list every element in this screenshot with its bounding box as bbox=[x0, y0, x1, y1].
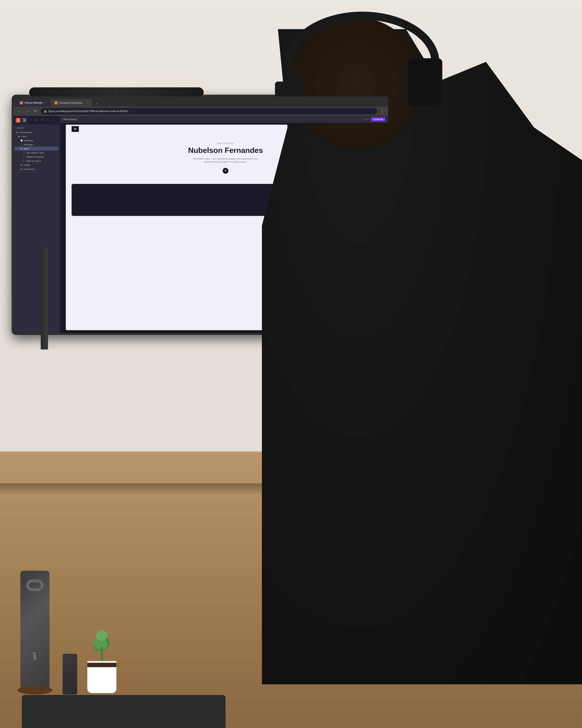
tab-substack[interactable]: Substack Dashboar... × bbox=[51, 99, 92, 107]
water-bottle: just. bbox=[15, 559, 55, 690]
browser-chrome: Official Website × Substack Dashboar... … bbox=[13, 96, 388, 116]
layer-label: In Development bbox=[19, 131, 32, 133]
layer-frame-icon-2: ▶ bbox=[20, 148, 23, 150]
layer-label: Nubelson Fernandes bbox=[26, 156, 44, 158]
layer-label: Rectangle 2 bbox=[24, 144, 34, 146]
browser-tab-bar: Official Website × Substack Dashboar... … bbox=[13, 96, 388, 107]
tool-text[interactable]: T bbox=[39, 118, 44, 123]
tool-frame[interactable]: ⬚ bbox=[28, 118, 33, 123]
lock-icon: 🔒 bbox=[44, 110, 47, 113]
layer-label: AboutPage bbox=[24, 139, 33, 142]
desk-lamp bbox=[29, 87, 204, 98]
browser-menu-button[interactable]: ⋮ bbox=[380, 108, 385, 114]
small-device bbox=[62, 654, 77, 695]
bottle-handle bbox=[26, 579, 44, 591]
back-button[interactable]: ‹ bbox=[16, 108, 22, 114]
plant-soil bbox=[87, 663, 116, 667]
layer-rectangle-2[interactable]: ⬚ Rectangle 2 bbox=[15, 142, 59, 147]
layer-label: Header bbox=[24, 164, 30, 166]
tab-close-official-website[interactable]: × bbox=[44, 101, 47, 104]
tool-ellipse[interactable]: ○ bbox=[51, 118, 56, 123]
website-logo: NF bbox=[72, 126, 79, 132]
tool-pen[interactable]: ✎ bbox=[34, 118, 38, 123]
logo-text: NF bbox=[74, 128, 77, 130]
browser-toolbar: ‹ › ↻ 🔒 figma.com/file/pyAl/zm2h53z590/k… bbox=[13, 107, 388, 116]
zoom-indicator: AL 26% bbox=[363, 118, 369, 121]
desk-plant bbox=[82, 632, 122, 693]
cta-arrow-icon: ▼ bbox=[224, 169, 227, 172]
layer-combination[interactable]: ▶ Combination bbox=[15, 167, 59, 171]
layer-folder-icon: ▶ bbox=[16, 131, 18, 133]
layer-header-icon: ▶ bbox=[20, 164, 23, 166]
tab-label-official-website: Official Website bbox=[24, 101, 43, 104]
tab-label-substack: Substack Dashboar... bbox=[59, 101, 84, 104]
forward-button[interactable]: › bbox=[24, 108, 30, 114]
layers-panel: ▶ In Development ▶ Home 📄 AboutPage ⬚ Re… bbox=[13, 130, 60, 333]
layer-about-page[interactable]: 📄 AboutPage bbox=[15, 138, 59, 142]
figma-top-bar: Official Website AL 26% Connect ▶ bbox=[60, 116, 388, 123]
layer-text-icon: T bbox=[23, 152, 25, 154]
layer-nubelson[interactable]: T Nubelson Fernandes bbox=[15, 155, 59, 159]
layer-text-icon-2: T bbox=[23, 156, 25, 158]
substack-favicon bbox=[54, 101, 58, 104]
address-bar[interactable]: 🔒 figma.com/file/pyAl/zm2h53z590/kT/0ffi… bbox=[41, 108, 377, 114]
layer-label: Title, subtitle or name... bbox=[26, 152, 46, 154]
page-name: Official Website bbox=[63, 118, 77, 121]
bottle-body: just. bbox=[20, 571, 50, 690]
layer-title-subtitle[interactable]: T Title, subtitle or name... bbox=[15, 151, 59, 155]
desk-mat bbox=[22, 695, 225, 728]
tab-official-website[interactable]: Official Website × bbox=[16, 99, 50, 107]
layer-header[interactable]: ▶ Header bbox=[15, 163, 59, 167]
layer-frame-icon: 📄 bbox=[20, 139, 23, 142]
figma-toolbar-top: F ▼ ⬚ ✎ T / ○ bbox=[13, 116, 60, 125]
layer-page-icon: ▶ bbox=[18, 135, 20, 137]
layers-panel-header: Layers bbox=[13, 125, 60, 130]
layer-home[interactable]: ▶ Home bbox=[15, 134, 59, 138]
toolbar-tools: ▼ ⬚ ✎ T / ○ bbox=[22, 118, 56, 123]
figma-favicon bbox=[20, 101, 23, 104]
bottle-base bbox=[18, 686, 52, 695]
figma-sidebar: F ▼ ⬚ ✎ T / ○ Layers ▶ bbox=[13, 116, 60, 333]
address-text: figma.com/file/pyAl/zm2h53z590/kT/0ffici… bbox=[49, 110, 374, 113]
layer-hello-my-name[interactable]: T Hello, my name is bbox=[15, 159, 59, 163]
layer-label: Home bbox=[22, 135, 27, 137]
layer-label: Hello, my name is bbox=[26, 160, 41, 162]
refresh-button[interactable]: ↻ bbox=[33, 108, 38, 114]
bottle-label: just. bbox=[32, 652, 38, 661]
hero-description: Title subtitle or name... I am a product… bbox=[189, 157, 262, 163]
layer-text-icon-3: T bbox=[23, 160, 25, 162]
headphones-right-cup bbox=[408, 58, 442, 108]
layer-combination-icon: ▶ bbox=[20, 168, 23, 170]
layer-rect-icon: ⬚ bbox=[20, 144, 23, 146]
tool-line[interactable]: / bbox=[46, 118, 50, 123]
tool-select[interactable]: ▼ bbox=[22, 118, 27, 123]
layer-label: Home bbox=[24, 148, 29, 150]
new-tab-button[interactable]: + bbox=[94, 101, 100, 107]
layer-in-development[interactable]: ▶ In Development bbox=[15, 130, 59, 134]
hero-cta-button[interactable]: ▼ bbox=[223, 168, 228, 174]
layer-home-2[interactable]: ▶ Home bbox=[15, 147, 59, 151]
plant-pot bbox=[87, 661, 116, 693]
preview-button[interactable]: Connect ▶ bbox=[371, 118, 385, 121]
figma-logo[interactable]: F bbox=[16, 118, 20, 123]
monitor-arm bbox=[41, 248, 48, 349]
tab-close-substack[interactable]: × bbox=[86, 101, 88, 104]
layer-label: Combination bbox=[24, 168, 34, 170]
